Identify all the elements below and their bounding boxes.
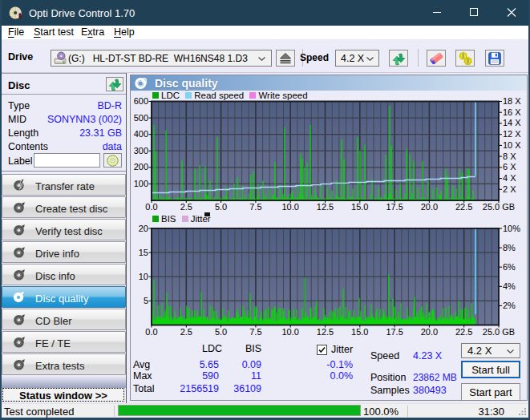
svg-text:8%: 8% bbox=[503, 243, 516, 252]
svg-text:10 X: 10 X bbox=[503, 140, 521, 150]
svg-text:2.5: 2.5 bbox=[180, 327, 192, 337]
svg-text:500: 500 bbox=[134, 113, 148, 123]
svg-text:100: 100 bbox=[134, 179, 148, 188]
svg-text:2.5: 2.5 bbox=[180, 202, 192, 212]
svg-text:25.0 GB: 25.0 GB bbox=[483, 202, 515, 212]
svg-text:10%: 10% bbox=[503, 224, 520, 233]
svg-text:17.5: 17.5 bbox=[386, 327, 403, 337]
svg-text:20: 20 bbox=[139, 224, 148, 233]
svg-text:2%: 2% bbox=[503, 301, 516, 310]
svg-text:10: 10 bbox=[139, 272, 148, 281]
svg-text:4%: 4% bbox=[503, 281, 516, 291]
svg-text:5.0: 5.0 bbox=[215, 202, 227, 212]
svg-text:17.5: 17.5 bbox=[386, 202, 403, 212]
svg-text:18 X: 18 X bbox=[503, 96, 521, 106]
svg-text:22.5: 22.5 bbox=[455, 202, 472, 212]
svg-text:300: 300 bbox=[134, 146, 148, 155]
svg-text:20.0: 20.0 bbox=[421, 327, 438, 337]
svg-text:15: 15 bbox=[139, 248, 148, 257]
svg-text:7.5: 7.5 bbox=[249, 327, 261, 337]
svg-text:15.0: 15.0 bbox=[351, 202, 368, 212]
svg-text:5: 5 bbox=[144, 296, 148, 305]
svg-text:200: 200 bbox=[134, 162, 148, 172]
svg-text:6%: 6% bbox=[503, 262, 516, 272]
svg-text:14 X: 14 X bbox=[503, 118, 521, 127]
svg-text:600: 600 bbox=[134, 96, 148, 106]
svg-text:20.0: 20.0 bbox=[421, 202, 438, 212]
svg-text:0.0: 0.0 bbox=[145, 327, 157, 337]
svg-text:22.5: 22.5 bbox=[455, 327, 472, 337]
svg-text:16 X: 16 X bbox=[503, 107, 521, 117]
svg-text:10.0: 10.0 bbox=[281, 202, 298, 212]
svg-text:12.5: 12.5 bbox=[317, 327, 334, 337]
svg-text:15.0: 15.0 bbox=[351, 327, 368, 337]
svg-text:2 X: 2 X bbox=[503, 184, 516, 194]
svg-text:7.5: 7.5 bbox=[249, 202, 261, 212]
svg-text:8 X: 8 X bbox=[503, 151, 516, 161]
svg-text:4 X: 4 X bbox=[503, 173, 516, 183]
svg-text:12.5: 12.5 bbox=[317, 202, 334, 212]
svg-text:5.0: 5.0 bbox=[215, 327, 227, 337]
svg-text:10.0: 10.0 bbox=[281, 327, 298, 337]
svg-text:25.0 GB: 25.0 GB bbox=[483, 327, 515, 337]
svg-text:0.0: 0.0 bbox=[145, 202, 157, 212]
svg-text:400: 400 bbox=[134, 129, 148, 139]
svg-text:6 X: 6 X bbox=[503, 162, 516, 172]
svg-text:12 X: 12 X bbox=[503, 129, 521, 139]
